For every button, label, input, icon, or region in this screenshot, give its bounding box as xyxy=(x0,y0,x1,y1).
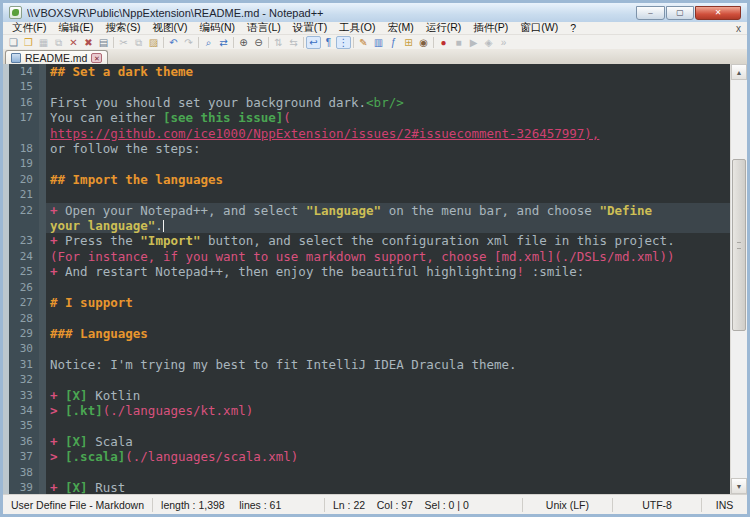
sync-scroll-horizontal-icon[interactable]: ⇆ xyxy=(286,36,301,49)
menu-item-11[interactable]: 窗口(W) xyxy=(514,21,564,35)
indent-guide-icon[interactable]: ⋮ xyxy=(336,36,351,49)
close-all-icon[interactable]: ✖ xyxy=(81,36,96,49)
code-segment: + xyxy=(50,480,65,494)
menu-item-1[interactable]: 编辑(E) xyxy=(52,21,99,35)
minimize-button[interactable]: – xyxy=(636,6,665,20)
editor-text-line[interactable]: ### Languages xyxy=(46,326,730,341)
editor-text-line[interactable] xyxy=(46,311,730,326)
paste-icon[interactable]: ▨ xyxy=(146,36,161,49)
line-number: 27 xyxy=(9,295,39,310)
maximize-button[interactable]: ▢ xyxy=(666,6,694,20)
replace-icon[interactable]: ⇄ xyxy=(216,36,231,49)
scroll-up-arrow-icon[interactable]: ▲ xyxy=(731,64,747,80)
editor-row: 25+ And restart Notepad++, then enjoy th… xyxy=(3,264,730,279)
editor-row: https://github.com/ice1000/NppExtension/… xyxy=(3,126,730,141)
word-wrap-icon[interactable]: ↩ xyxy=(306,36,321,49)
menu-item-2[interactable]: 搜索(S) xyxy=(99,21,146,35)
line-number: 31 xyxy=(9,357,39,372)
code-segment: Rust xyxy=(88,480,126,494)
print-icon[interactable]: ▤ xyxy=(96,36,111,49)
menu-item-10[interactable]: 插件(P) xyxy=(467,21,514,35)
editor-text-line[interactable]: > [.scala](./languages/scala.xml) xyxy=(46,449,730,464)
folder-as-workspace-icon[interactable]: ⊞ xyxy=(401,36,416,49)
editor-text-line[interactable]: + Press the "Import" button, and select … xyxy=(46,233,730,248)
user-defined-language-icon[interactable]: ✎ xyxy=(356,36,371,49)
redo-icon[interactable]: ↷ xyxy=(181,36,196,49)
editor-text-line[interactable]: + [X] Kotlin xyxy=(46,388,730,403)
save-all-icon[interactable]: ⧉ xyxy=(51,36,66,49)
editor-text-line[interactable]: Notice: I'm trying my best to fit Intell… xyxy=(46,357,730,372)
editor-text-line[interactable]: > [.kt](./languages/kt.xml) xyxy=(46,403,730,418)
code-segment: # I support xyxy=(50,295,133,310)
editor-text-line[interactable]: You can either [see this issue]( xyxy=(46,110,730,125)
editor-text-line[interactable]: + [X] Rust xyxy=(46,480,730,494)
editor-text-line[interactable]: (For instance, if you want to use markdo… xyxy=(46,249,730,264)
menubar-close-icon[interactable]: x xyxy=(736,23,741,34)
menu-item-4[interactable]: 编码(N) xyxy=(193,21,241,35)
fold-margin xyxy=(39,341,46,356)
editor-text-line[interactable] xyxy=(46,341,730,356)
undo-icon[interactable]: ↶ xyxy=(166,36,181,49)
editor-text-line[interactable]: ## Import the languages xyxy=(46,172,730,187)
open-file-icon[interactable]: ❒ xyxy=(21,36,36,49)
menu-item-3[interactable]: 视图(V) xyxy=(146,21,193,35)
editor-text-line[interactable] xyxy=(46,79,730,94)
editor-text-line[interactable] xyxy=(46,465,730,480)
tab-readme.md[interactable]: README.md✕ xyxy=(5,50,108,64)
code-segment: + xyxy=(50,203,65,218)
code-segment: > xyxy=(50,449,65,464)
code-segment: First you should set your background dar… xyxy=(50,95,366,110)
editor-text-line[interactable]: ## Set a dark theme xyxy=(46,64,730,79)
document-map-icon[interactable]: ▥ xyxy=(371,36,386,49)
menu-item-6[interactable]: 设置(T) xyxy=(287,21,333,35)
editor-text-line[interactable]: your language". xyxy=(46,218,730,233)
editor-text-line[interactable]: + Open your Notepad++, and select "Langu… xyxy=(46,203,730,218)
editor-text-line[interactable] xyxy=(46,418,730,433)
cut-icon[interactable]: ✂ xyxy=(116,36,131,49)
editor-text-line[interactable]: or follow the steps: xyxy=(46,141,730,156)
editor-row: 18or follow the steps: xyxy=(3,141,730,156)
editor-text-line[interactable] xyxy=(46,156,730,171)
close-button[interactable]: ✕ xyxy=(695,6,741,20)
editor-text-line[interactable] xyxy=(46,372,730,387)
run-macro-multiple-icon[interactable]: » xyxy=(496,36,511,49)
editor-text-line[interactable]: + And restart Notepad++, then enjoy the … xyxy=(46,264,730,279)
menu-item-8[interactable]: 宏(M) xyxy=(381,21,419,35)
menu-item-5[interactable]: 语言(L) xyxy=(241,21,287,35)
zoom-out-icon[interactable]: ⊖ xyxy=(251,36,266,49)
close-file-icon[interactable]: ✕ xyxy=(66,36,81,49)
line-number: 18 xyxy=(9,141,39,156)
save-file-icon[interactable]: ▦ xyxy=(36,36,51,49)
editor-text-line[interactable]: # I support xyxy=(46,295,730,310)
editor-text-line[interactable]: + [X] Scala xyxy=(46,434,730,449)
line-number: 21 xyxy=(9,187,39,202)
save-macro-icon[interactable]: ◈ xyxy=(481,36,496,49)
sync-scroll-vertical-icon[interactable]: ⇅ xyxy=(271,36,286,49)
function-list-icon[interactable]: ƒ xyxy=(386,36,401,49)
editor-text-line[interactable] xyxy=(46,280,730,295)
new-file-icon[interactable]: ❏ xyxy=(6,36,21,49)
editor-text-line[interactable] xyxy=(46,187,730,202)
menu-item-7[interactable]: 工具(O) xyxy=(333,21,381,35)
find-icon[interactable]: ⌕ xyxy=(201,36,216,49)
play-macro-icon[interactable]: ▶ xyxy=(466,36,481,49)
scrollbar-thumb[interactable] xyxy=(732,159,746,331)
menu-item-9[interactable]: 运行(R) xyxy=(420,21,468,35)
show-all-characters-icon[interactable]: ¶ xyxy=(321,36,336,49)
editor-row: 38 xyxy=(3,465,730,480)
editor-row: 27# I support xyxy=(3,295,730,310)
vertical-scrollbar[interactable]: ▲ ▼ xyxy=(730,64,747,494)
zoom-in-icon[interactable]: ⊕ xyxy=(236,36,251,49)
fold-margin xyxy=(39,187,46,202)
menu-item-0[interactable]: 文件(F) xyxy=(6,21,52,35)
editor-area[interactable]: 14## Set a dark theme1516First you shoul… xyxy=(3,64,747,494)
tab-close-icon[interactable]: ✕ xyxy=(91,53,102,63)
record-macro-icon[interactable]: ● xyxy=(436,36,451,49)
menu-item-12[interactable]: ? xyxy=(564,22,582,34)
editor-text-line[interactable]: https://github.com/ice1000/NppExtension/… xyxy=(46,126,730,141)
stop-macro-icon[interactable]: ■ xyxy=(451,36,466,49)
scroll-down-arrow-icon[interactable]: ▼ xyxy=(731,478,747,494)
editor-text-line[interactable]: First you should set your background dar… xyxy=(46,95,730,110)
monitoring-icon[interactable]: ◉ xyxy=(416,36,431,49)
copy-icon[interactable]: ⧉ xyxy=(131,36,146,49)
